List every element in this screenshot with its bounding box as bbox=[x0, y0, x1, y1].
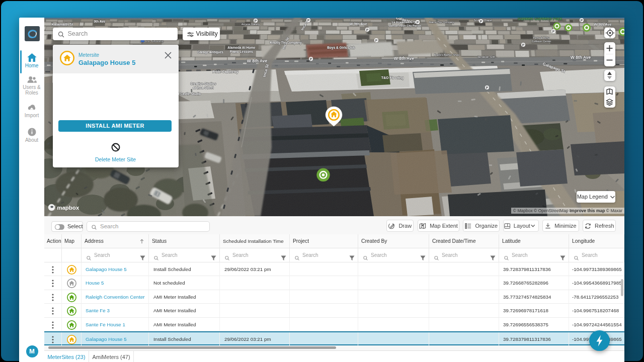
svg-text:Access Gallery: Access Gallery bbox=[242, 23, 260, 26]
svg-text:W 8th Ave: W 8th Ave bbox=[247, 58, 268, 63]
svg-text:Piano Lessons: Piano Lessons bbox=[230, 50, 253, 53]
svg-text:Smith's Chapel: Smith's Chapel bbox=[474, 19, 493, 22]
svg-text:Creative Studios: Creative Studios bbox=[190, 82, 216, 85]
svg-text:P: P bbox=[522, 43, 525, 47]
svg-text:W 8th Ave: W 8th Ave bbox=[571, 55, 591, 60]
svg-text:W 9th Ave: W 9th Ave bbox=[349, 22, 367, 26]
svg-text:Knotty Tie Company: Knotty Tie Company bbox=[270, 41, 301, 45]
svg-text:Frank's Barber Shop: Frank's Barber Shop bbox=[434, 53, 459, 56]
svg-text:Garage Antiques: Garage Antiques bbox=[197, 50, 223, 54]
svg-text:P: P bbox=[486, 86, 489, 89]
svg-text:Pride Cabinetry: Pride Cabinetry bbox=[212, 70, 238, 74]
svg-text:W 8th Ave: W 8th Ave bbox=[394, 56, 415, 61]
svg-text:Denver Inner City Parish: Denver Inner City Parish bbox=[389, 24, 422, 27]
svg-text:P: P bbox=[366, 28, 369, 32]
svg-text:Sunken Gardens Park: Sunken Gardens Park bbox=[518, 18, 562, 21]
svg-text:Collision Center: Collision Center bbox=[532, 40, 551, 43]
svg-text:9th Ave: 9th Ave bbox=[94, 20, 106, 23]
svg-text:Kalamath St: Kalamath St bbox=[51, 22, 73, 27]
svg-text:Jamaican Grill: Jamaican Grill bbox=[477, 55, 495, 58]
svg-text:La Academia At The: La Academia At The bbox=[392, 21, 418, 24]
svg-text:P: P bbox=[480, 20, 482, 23]
svg-text:Alamo Tire Company: Alamo Tire Company bbox=[429, 21, 455, 24]
svg-text:P: P bbox=[581, 19, 583, 22]
svg-text:W 9th Ave: W 9th Ave bbox=[594, 22, 612, 27]
svg-text:P: P bbox=[375, 39, 378, 42]
svg-text:at Inca Street: at Inca Street bbox=[193, 86, 214, 89]
svg-text:Boys & Girls Club: Boys & Girls Club bbox=[327, 46, 355, 50]
svg-text:P: P bbox=[255, 19, 257, 23]
svg-text:P: P bbox=[307, 19, 310, 22]
svg-text:d Castle Studio: d Castle Studio bbox=[177, 92, 201, 96]
svg-text:Perry & Terry: Perry & Terry bbox=[533, 36, 549, 39]
svg-text:Alameda At Home: Alameda At Home bbox=[227, 46, 256, 49]
svg-text:P: P bbox=[417, 21, 419, 24]
svg-text:P: P bbox=[310, 57, 312, 61]
svg-text:P: P bbox=[552, 30, 555, 33]
svg-text:T&O Flooring: T&O Flooring bbox=[381, 76, 404, 80]
